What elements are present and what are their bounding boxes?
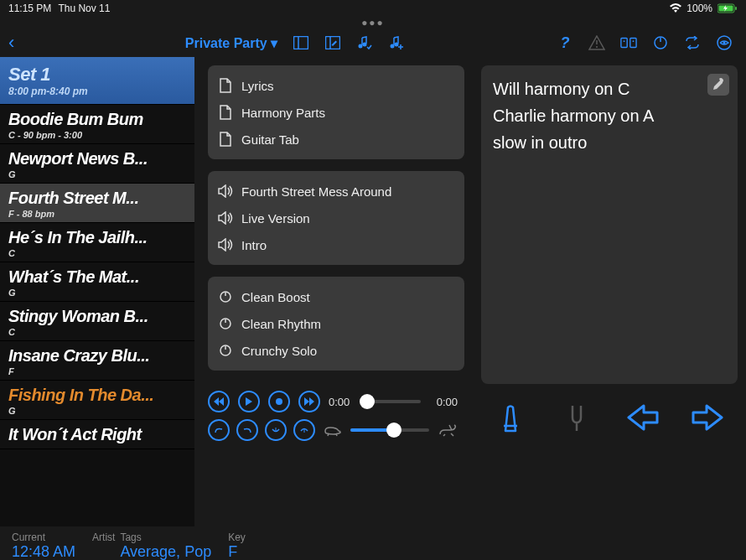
status-date: Thu Nov 11: [58, 3, 110, 14]
knob-icon: [218, 316, 233, 331]
svg-point-7: [359, 44, 363, 49]
toolbar: ‹ Private Party ▾ ?: [0, 29, 746, 57]
set-title: Set 1: [8, 64, 186, 86]
position-slider[interactable]: [365, 400, 421, 403]
loop-a-button[interactable]: [208, 419, 230, 441]
song-title: He´s In The Jailh...: [8, 228, 186, 247]
artist-label: Artist: [92, 531, 115, 543]
layout-edit-icon[interactable]: [324, 34, 341, 51]
pitch-down-button[interactable]: [265, 419, 287, 441]
list-item[interactable]: Clean Rhythm: [216, 310, 456, 337]
music-check-icon[interactable]: [356, 34, 373, 51]
song-title: Newport News B...: [8, 149, 186, 169]
song-item[interactable]: He´s In The Jailh...C: [0, 223, 194, 262]
list-item[interactable]: Guitar Tab: [216, 126, 456, 153]
prev-track-button[interactable]: [208, 391, 230, 412]
song-item[interactable]: Fishing In The Da...G: [0, 381, 194, 420]
record-button[interactable]: [268, 391, 290, 412]
target-icon[interactable]: [716, 34, 733, 51]
song-subtitle: F - 88 bpm: [8, 209, 186, 219]
presets-card: Clean BoostClean RhythmCrunchy Solo: [208, 277, 464, 371]
play-button[interactable]: [238, 391, 260, 412]
center-column: LyricsHarmony PartsGuitar Tab Fourth Str…: [194, 57, 471, 526]
knob-icon[interactable]: [652, 34, 669, 51]
list-item[interactable]: Crunchy Solo: [216, 337, 456, 364]
status-time: 11:15 PM: [8, 3, 51, 14]
position-time: 0:00: [329, 396, 357, 408]
svg-point-12: [596, 46, 598, 48]
document-icon: [218, 78, 233, 93]
list-item-label: Intro: [241, 238, 267, 252]
list-item-label: Live Version: [241, 211, 310, 226]
song-item[interactable]: Newport News B...G: [0, 144, 194, 184]
list-item[interactable]: Intro: [216, 231, 456, 258]
next-track-button[interactable]: [298, 391, 320, 412]
footer: Current 12:48 AM Artist Tags Average, Po…: [0, 526, 746, 560]
document-icon: [218, 132, 233, 147]
song-item[interactable]: Stingy Woman B...C: [0, 302, 194, 341]
list-item[interactable]: Harmony Parts: [216, 99, 456, 126]
sync-icon[interactable]: [684, 34, 701, 51]
overflow-dots[interactable]: ●●●: [0, 17, 746, 29]
svg-rect-5: [326, 37, 340, 49]
page-title[interactable]: Private Party ▾: [185, 35, 277, 51]
next-song-button[interactable]: [686, 399, 731, 436]
layout-1-icon[interactable]: [293, 34, 309, 51]
prev-song-button[interactable]: [619, 399, 665, 436]
song-subtitle: C: [8, 327, 186, 337]
help-icon[interactable]: ?: [557, 34, 573, 51]
list-item[interactable]: Clean Boost: [216, 283, 456, 310]
list-item-label: Clean Boost: [241, 290, 310, 304]
song-item[interactable]: It Won´t Act Right: [0, 420, 194, 449]
loop-b-button[interactable]: [236, 419, 258, 441]
current-label: Current: [12, 531, 75, 543]
duration-time: 0:00: [429, 396, 458, 408]
song-title: Insane Crazy Blu...: [8, 346, 186, 366]
song-title: Fishing In The Da...: [8, 386, 186, 405]
pedalboard-icon[interactable]: [620, 34, 637, 51]
list-item[interactable]: Fourth Street Mess Around: [216, 178, 456, 205]
song-item[interactable]: Boodie Bum BumC - 90 bpm - 3:00: [0, 105, 194, 144]
documents-card: LyricsHarmony PartsGuitar Tab: [208, 65, 464, 159]
speaker-icon: [218, 237, 233, 252]
metronome-button[interactable]: [488, 399, 533, 436]
list-item[interactable]: Lyrics: [216, 72, 456, 99]
list-item-label: Crunchy Solo: [241, 344, 317, 358]
edit-notes-button[interactable]: [707, 74, 729, 96]
song-item[interactable]: What´s The Mat...G: [0, 262, 194, 302]
speaker-icon: [218, 210, 233, 226]
turtle-icon: [324, 423, 342, 437]
tuning-fork-button[interactable]: [554, 399, 599, 436]
rabbit-icon: [438, 423, 458, 437]
list-item-label: Clean Rhythm: [241, 317, 321, 331]
back-button[interactable]: ‹: [8, 32, 14, 53]
recordings-card: Fourth Street Mess AroundLive VersionInt…: [208, 171, 464, 265]
list-item-label: Lyrics: [241, 79, 274, 93]
status-bar: 11:15 PM Thu Nov 11 100%: [0, 0, 746, 17]
warning-icon[interactable]: [588, 34, 605, 51]
right-column: Will harmony on C Charlie harmony on A s…: [471, 57, 746, 526]
svg-point-16: [633, 40, 635, 42]
song-item[interactable]: Insane Crazy Blu...F: [0, 341, 194, 381]
battery-percent: 100%: [686, 3, 712, 14]
song-sidebar: Set 1 8:00 pm-8:40 pm Boodie Bum BumC - …: [0, 57, 194, 526]
knob-icon: [218, 343, 233, 358]
key-label: Key: [228, 531, 246, 543]
set-subtitle: 8:00 pm-8:40 pm: [8, 86, 186, 97]
wifi-icon: [670, 3, 681, 13]
tempo-slider[interactable]: [350, 428, 429, 432]
list-item[interactable]: Live Version: [216, 205, 456, 231]
song-title: Boodie Bum Bum: [8, 110, 186, 129]
svg-point-9: [391, 44, 395, 49]
song-item[interactable]: Fourth Street M...F - 88 bpm: [0, 184, 194, 223]
song-subtitle: G: [8, 288, 186, 298]
music-add-icon[interactable]: [388, 34, 405, 51]
notes-panel[interactable]: Will harmony on C Charlie harmony on A s…: [481, 65, 738, 384]
song-subtitle: F: [8, 366, 186, 376]
set-header[interactable]: Set 1 8:00 pm-8:40 pm: [0, 57, 194, 105]
current-value: 12:48 AM: [12, 543, 75, 560]
song-subtitle: G: [8, 169, 186, 179]
svg-point-8: [363, 43, 367, 47]
svg-rect-14: [630, 39, 636, 48]
pitch-up-button[interactable]: [293, 419, 315, 441]
